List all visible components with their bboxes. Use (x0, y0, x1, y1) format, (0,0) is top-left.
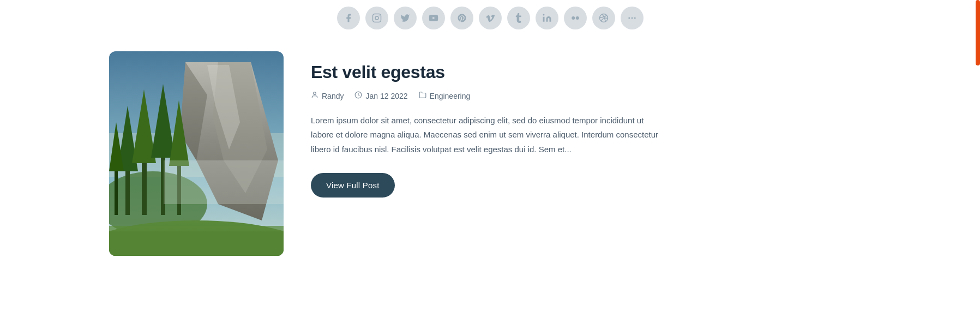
post-author: Randy (311, 91, 344, 100)
post-meta: Randy Jan 12 2022 Engineering (311, 91, 660, 100)
svg-point-5 (572, 16, 575, 20)
svg-rect-30 (164, 160, 284, 204)
twitter-icon[interactable] (394, 7, 417, 29)
svg-point-32 (314, 92, 316, 95)
facebook-icon[interactable] (337, 7, 360, 29)
svg-rect-29 (109, 226, 284, 256)
svg-point-1 (375, 16, 378, 20)
folder-icon (419, 91, 426, 100)
youtube-icon[interactable] (422, 7, 445, 29)
svg-point-4 (543, 14, 544, 16)
person-icon (311, 91, 318, 100)
view-full-post-button[interactable]: View Full Post (311, 173, 395, 198)
category-text: Engineering (430, 92, 471, 100)
post-content: Est velit egestas Randy J (311, 51, 660, 198)
post-category: Engineering (419, 91, 471, 100)
more-social-icon[interactable] (621, 7, 644, 29)
vimeo-icon[interactable] (479, 7, 502, 29)
linkedin-icon[interactable] (536, 7, 558, 29)
social-icons-row (0, 0, 980, 51)
post-title: Est velit egestas (311, 62, 660, 82)
blog-post-card: Est velit egestas Randy J (0, 51, 980, 256)
post-image (109, 51, 284, 256)
instagram-icon[interactable] (365, 7, 388, 29)
post-excerpt: Lorem ipsum dolor sit amet, consectetur … (311, 113, 660, 157)
svg-rect-0 (372, 14, 381, 22)
pinterest-icon[interactable] (450, 7, 473, 29)
clock-icon (354, 91, 362, 100)
author-name: Randy (322, 92, 344, 100)
svg-point-8 (628, 17, 630, 19)
date-text: Jan 12 2022 (365, 92, 407, 100)
tumblr-icon[interactable] (507, 7, 530, 29)
scroll-bar[interactable] (976, 0, 980, 65)
svg-point-2 (378, 15, 380, 16)
flickr-icon[interactable] (564, 7, 587, 29)
svg-point-9 (631, 17, 633, 19)
svg-point-10 (634, 17, 635, 19)
svg-point-6 (575, 16, 579, 20)
dribbble-icon[interactable] (592, 7, 615, 29)
post-date: Jan 12 2022 (354, 91, 407, 100)
